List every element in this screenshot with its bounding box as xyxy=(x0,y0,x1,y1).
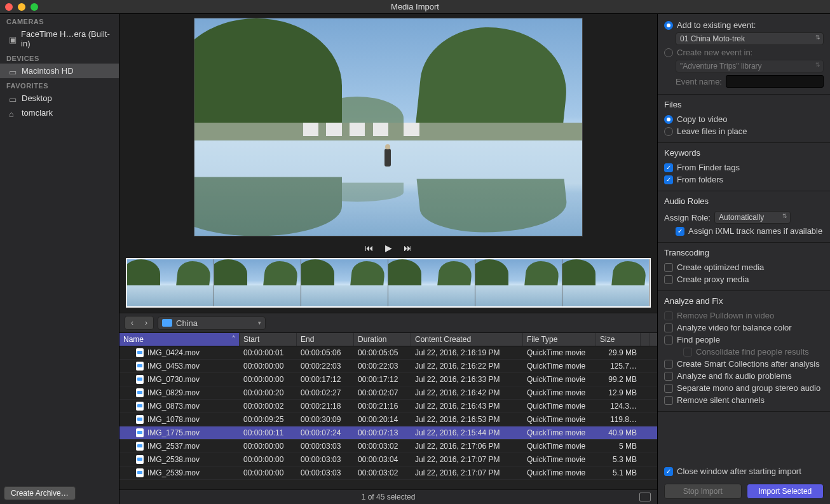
proxy-check[interactable] xyxy=(664,275,673,284)
sidebar-item-label: FaceTime H…era (Built-in) xyxy=(21,29,112,48)
keywords-section-title: Keywords xyxy=(664,148,824,158)
import-selected-button[interactable]: Import Selected xyxy=(747,484,824,499)
column-header[interactable]: Size xyxy=(596,333,641,346)
transcoding-section-title: Transcoding xyxy=(664,248,824,257)
sidebar-section-header: FAVORITES xyxy=(0,78,119,91)
movie-file-icon xyxy=(136,362,144,371)
camera-icon: ▣ xyxy=(9,35,17,43)
import-options-panel: Add to existing event: 01 China Moto-tre… xyxy=(657,14,830,504)
balance-check[interactable] xyxy=(664,324,673,332)
sidebar-section-header: DEVICES xyxy=(0,51,119,64)
file-name: IMG_1078.mov xyxy=(147,415,200,424)
movie-file-icon xyxy=(136,388,144,397)
sidebar-item-label: Macintosh HD xyxy=(22,66,74,76)
event-name-label: Event name: xyxy=(676,77,722,86)
fix-audio-check[interactable] xyxy=(664,372,673,381)
titlebar: Media Import xyxy=(0,0,830,14)
breadcrumb-bar: ‹ › China xyxy=(119,313,657,333)
table-row[interactable]: IMG_2537.mov00:00:00:0000:00:03:0300:00:… xyxy=(119,440,657,453)
file-name: IMG_0730.mov xyxy=(147,375,200,384)
create-new-label: Create new event in: xyxy=(677,48,752,57)
column-header[interactable]: Duration xyxy=(354,333,411,346)
sidebar-item-label: tomclark xyxy=(22,108,53,118)
library-select: "Adventure Trips" library xyxy=(676,60,824,72)
movie-file-icon xyxy=(136,428,144,437)
video-preview[interactable] xyxy=(194,18,583,236)
movie-file-icon xyxy=(136,348,144,357)
event-name-input[interactable] xyxy=(726,75,824,88)
filmstrip[interactable]: 2s xyxy=(126,258,651,308)
table-row[interactable]: IMG_0730.mov00:00:00:0000:00:17:1200:00:… xyxy=(119,373,657,386)
optimized-check[interactable] xyxy=(664,263,673,272)
movie-file-icon xyxy=(136,455,144,464)
table-row[interactable]: IMG_0453.mov00:00:00:0000:00:22:0300:00:… xyxy=(119,360,657,373)
finder-tags-check[interactable] xyxy=(664,163,673,172)
from-folders-check[interactable] xyxy=(664,175,673,184)
file-name: IMG_2539.mov xyxy=(147,468,200,477)
file-name: IMG_1775.mov xyxy=(147,428,200,437)
nav-forward-button[interactable]: › xyxy=(139,317,153,329)
nav-back-button[interactable]: ‹ xyxy=(125,317,139,329)
statusbar: 1 of 45 selected xyxy=(119,489,657,504)
find-people-check[interactable] xyxy=(664,336,673,344)
sidebar: CAMERAS▣FaceTime H…era (Built-in)DEVICES… xyxy=(0,14,119,504)
column-header[interactable]: Start xyxy=(240,333,297,346)
movie-file-icon xyxy=(136,442,144,451)
folder-selector[interactable]: China xyxy=(158,317,266,330)
table-row[interactable]: IMG_0829.mov00:00:00:2000:00:02:2700:00:… xyxy=(119,386,657,400)
leave-in-place-radio[interactable] xyxy=(664,127,673,136)
file-name: IMG_0873.mov xyxy=(147,402,200,411)
sidebar-item[interactable]: ▭Macintosh HD xyxy=(0,64,119,78)
copy-video-radio[interactable] xyxy=(664,115,673,124)
person-in-water xyxy=(384,149,391,167)
ixml-check[interactable] xyxy=(676,227,684,236)
pulldown-check xyxy=(664,311,673,320)
sidebar-item[interactable]: ▭Desktop xyxy=(0,91,119,106)
file-table: NameStartEndDurationContent CreatedFile … xyxy=(119,333,657,489)
column-header[interactable]: File Type xyxy=(523,333,596,346)
stop-import-button[interactable]: Stop Import xyxy=(664,484,742,499)
table-row[interactable]: IMG_0424.mov00:00:00:0100:00:05:0600:00:… xyxy=(119,346,657,360)
prev-button[interactable]: ⏮ xyxy=(365,243,374,253)
sidebar-item-label: Desktop xyxy=(22,93,52,103)
create-new-radio[interactable] xyxy=(664,48,673,57)
column-header[interactable]: Content Created xyxy=(411,333,523,346)
view-mode-button[interactable] xyxy=(639,493,651,501)
sidebar-item[interactable]: ⌂tomclark xyxy=(0,106,119,120)
table-row[interactable]: IMG_1078.mov00:00:09:2500:00:30:0900:00:… xyxy=(119,413,657,426)
file-name: IMG_0453.mov xyxy=(147,362,200,371)
file-name: IMG_2538.mov xyxy=(147,455,200,464)
folder-name: China xyxy=(176,318,198,328)
add-existing-radio[interactable] xyxy=(664,21,673,30)
next-button[interactable]: ⏭ xyxy=(404,243,412,253)
home-icon: ⌂ xyxy=(9,109,18,117)
audio-section-title: Audio Roles xyxy=(664,196,824,206)
close-window-check[interactable] xyxy=(664,467,673,476)
consolidate-check xyxy=(683,348,692,357)
remove-silent-check[interactable] xyxy=(664,396,673,405)
table-row[interactable]: IMG_2539.mov00:00:00:0000:00:03:0300:00:… xyxy=(119,467,657,480)
table-row[interactable]: IMG_0873.mov00:00:00:0200:00:21:1800:00:… xyxy=(119,400,657,413)
existing-event-select[interactable]: 01 China Moto-trek xyxy=(676,32,824,45)
column-header[interactable]: Name xyxy=(119,333,240,346)
table-row[interactable]: IMG_1775.mov00:00:00:1100:00:07:2400:00:… xyxy=(119,426,657,440)
drive-icon: ▭ xyxy=(9,67,18,75)
window-title: Media Import xyxy=(391,2,439,11)
movie-file-icon xyxy=(136,415,144,424)
create-archive-button[interactable]: Create Archive… xyxy=(4,486,76,500)
assign-role-select[interactable]: Automatically xyxy=(714,211,791,224)
maximize-button[interactable] xyxy=(31,3,38,11)
play-button[interactable]: ▶ xyxy=(385,243,392,253)
sidebar-section-header: CAMERAS xyxy=(0,14,119,27)
add-existing-label: Add to existing event: xyxy=(677,20,756,30)
minimize-button[interactable] xyxy=(18,3,25,11)
sidebar-item[interactable]: ▣FaceTime H…era (Built-in) xyxy=(0,27,119,51)
close-button[interactable] xyxy=(5,3,13,11)
movie-file-icon xyxy=(136,375,144,384)
file-name: IMG_0829.mov xyxy=(147,388,200,397)
smart-collections-check[interactable] xyxy=(664,360,673,369)
table-row[interactable]: IMG_2538.mov00:00:00:0000:00:03:0300:00:… xyxy=(119,453,657,467)
column-header[interactable]: End xyxy=(297,333,354,346)
main-panel: ⏮ ▶ ⏭ 2s ‹ › China xyxy=(119,14,657,504)
separate-mono-check[interactable] xyxy=(664,384,673,393)
